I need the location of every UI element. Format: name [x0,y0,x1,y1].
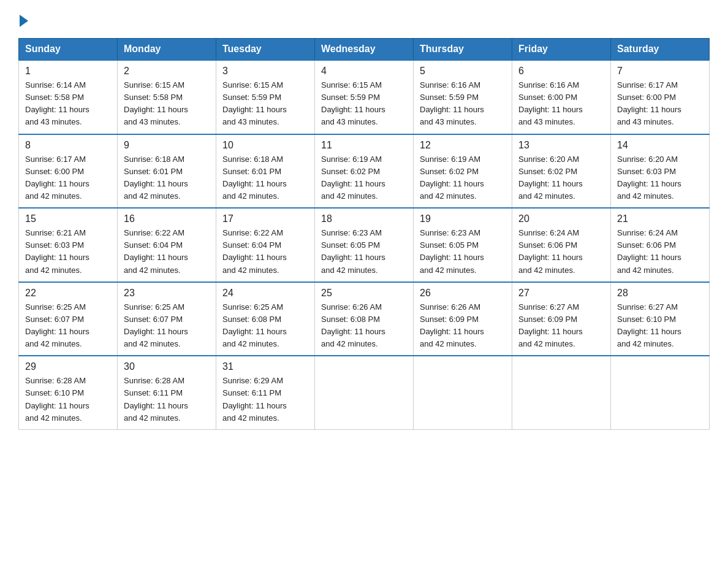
day-number: 9 [124,140,210,151]
day-number: 28 [617,288,703,299]
day-info: Sunrise: 6:20 AMSunset: 6:03 PMDaylight:… [617,155,681,201]
day-number: 20 [518,213,604,224]
day-number: 2 [124,66,210,77]
calendar-day-cell: 14 Sunrise: 6:20 AMSunset: 6:03 PMDaylig… [611,134,710,209]
calendar-day-cell: 25 Sunrise: 6:26 AMSunset: 6:08 PMDaylig… [315,282,414,356]
day-info: Sunrise: 6:23 AMSunset: 6:05 PMDaylight:… [321,228,385,274]
calendar-day-cell: 6 Sunrise: 6:16 AMSunset: 6:00 PMDayligh… [512,60,611,134]
day-info: Sunrise: 6:19 AMSunset: 6:02 PMDaylight:… [420,155,484,201]
day-info: Sunrise: 6:29 AMSunset: 6:11 PMDaylight:… [222,376,287,422]
day-info: Sunrise: 6:26 AMSunset: 6:09 PMDaylight:… [420,302,484,348]
day-number: 17 [222,213,308,224]
logo-arrow-icon [20,15,28,27]
day-info: Sunrise: 6:25 AMSunset: 6:08 PMDaylight:… [222,302,287,348]
day-info: Sunrise: 6:15 AMSunset: 5:58 PMDaylight:… [124,80,188,126]
calendar-week-row: 29 Sunrise: 6:28 AMSunset: 6:10 PMDaylig… [19,356,710,429]
calendar-day-cell: 9 Sunrise: 6:18 AMSunset: 6:01 PMDayligh… [118,134,216,209]
day-info: Sunrise: 6:19 AMSunset: 6:02 PMDaylight:… [321,155,385,201]
day-number: 16 [124,213,210,224]
day-info: Sunrise: 6:23 AMSunset: 6:05 PMDaylight:… [420,228,484,274]
calendar-day-cell: 22 Sunrise: 6:25 AMSunset: 6:07 PMDaylig… [19,282,118,356]
day-number: 8 [25,140,111,151]
calendar-day-cell: 17 Sunrise: 6:22 AMSunset: 6:04 PMDaylig… [216,208,315,282]
day-info: Sunrise: 6:28 AMSunset: 6:11 PMDaylight:… [124,376,188,422]
calendar-table: SundayMondayTuesdayWednesdayThursdayFrid… [18,38,710,430]
day-number: 29 [25,361,111,372]
calendar-day-cell: 3 Sunrise: 6:15 AMSunset: 5:59 PMDayligh… [216,60,315,134]
day-number: 4 [321,66,407,77]
calendar-week-row: 1 Sunrise: 6:14 AMSunset: 5:58 PMDayligh… [19,60,710,134]
day-info: Sunrise: 6:15 AMSunset: 5:59 PMDaylight:… [321,80,385,126]
day-info: Sunrise: 6:22 AMSunset: 6:04 PMDaylight:… [222,228,287,274]
day-info: Sunrise: 6:18 AMSunset: 6:01 PMDaylight:… [222,155,287,201]
day-number: 5 [420,66,506,77]
day-info: Sunrise: 6:26 AMSunset: 6:08 PMDaylight:… [321,302,385,348]
calendar-day-cell: 11 Sunrise: 6:19 AMSunset: 6:02 PMDaylig… [315,134,414,209]
calendar-day-cell: 21 Sunrise: 6:24 AMSunset: 6:06 PMDaylig… [611,208,710,282]
calendar-day-cell: 28 Sunrise: 6:27 AMSunset: 6:10 PMDaylig… [611,282,710,356]
logo [18,12,28,27]
day-number: 12 [420,140,506,151]
day-info: Sunrise: 6:27 AMSunset: 6:09 PMDaylight:… [518,302,583,348]
day-info: Sunrise: 6:16 AMSunset: 5:59 PMDaylight:… [420,80,484,126]
day-info: Sunrise: 6:15 AMSunset: 5:59 PMDaylight:… [222,80,287,126]
page-header [18,12,710,27]
calendar-day-cell: 20 Sunrise: 6:24 AMSunset: 6:06 PMDaylig… [512,208,611,282]
weekday-header-cell: Saturday [611,39,710,61]
day-info: Sunrise: 6:17 AMSunset: 6:00 PMDaylight:… [617,80,681,126]
calendar-day-cell: 13 Sunrise: 6:20 AMSunset: 6:02 PMDaylig… [512,134,611,209]
weekday-header-cell: Monday [118,39,216,61]
day-info: Sunrise: 6:21 AMSunset: 6:03 PMDaylight:… [25,228,89,274]
calendar-body: 1 Sunrise: 6:14 AMSunset: 5:58 PMDayligh… [19,60,710,429]
weekday-header-cell: Thursday [414,39,512,61]
calendar-day-cell: 1 Sunrise: 6:14 AMSunset: 5:58 PMDayligh… [19,60,118,134]
weekday-header-cell: Friday [512,39,611,61]
day-number: 10 [222,140,308,151]
day-number: 25 [321,288,407,299]
calendar-day-cell: 8 Sunrise: 6:17 AMSunset: 6:00 PMDayligh… [19,134,118,209]
weekday-header-cell: Sunday [19,39,118,61]
calendar-day-cell: 7 Sunrise: 6:17 AMSunset: 6:00 PMDayligh… [611,60,710,134]
day-number: 30 [124,361,210,372]
calendar-day-cell: 10 Sunrise: 6:18 AMSunset: 6:01 PMDaylig… [216,134,315,209]
calendar-day-cell [611,356,710,429]
day-number: 24 [222,288,308,299]
calendar-day-cell: 26 Sunrise: 6:26 AMSunset: 6:09 PMDaylig… [414,282,512,356]
day-number: 26 [420,288,506,299]
day-number: 15 [25,213,111,224]
day-number: 18 [321,213,407,224]
calendar-day-cell: 2 Sunrise: 6:15 AMSunset: 5:58 PMDayligh… [118,60,216,134]
day-info: Sunrise: 6:20 AMSunset: 6:02 PMDaylight:… [518,155,583,201]
day-number: 11 [321,140,407,151]
calendar-day-cell [512,356,611,429]
calendar-day-cell: 24 Sunrise: 6:25 AMSunset: 6:08 PMDaylig… [216,282,315,356]
weekday-header-cell: Tuesday [216,39,315,61]
day-number: 22 [25,288,111,299]
day-info: Sunrise: 6:28 AMSunset: 6:10 PMDaylight:… [25,376,89,422]
day-number: 3 [222,66,308,77]
day-number: 21 [617,213,703,224]
day-number: 19 [420,213,506,224]
calendar-week-row: 22 Sunrise: 6:25 AMSunset: 6:07 PMDaylig… [19,282,710,356]
day-info: Sunrise: 6:22 AMSunset: 6:04 PMDaylight:… [124,228,188,274]
day-number: 1 [25,66,111,77]
day-number: 7 [617,66,703,77]
calendar-day-cell: 15 Sunrise: 6:21 AMSunset: 6:03 PMDaylig… [19,208,118,282]
calendar-day-cell [315,356,414,429]
day-number: 6 [518,66,604,77]
calendar-day-cell: 12 Sunrise: 6:19 AMSunset: 6:02 PMDaylig… [414,134,512,209]
calendar-day-cell: 16 Sunrise: 6:22 AMSunset: 6:04 PMDaylig… [118,208,216,282]
calendar-day-cell: 30 Sunrise: 6:28 AMSunset: 6:11 PMDaylig… [118,356,216,429]
day-info: Sunrise: 6:14 AMSunset: 5:58 PMDaylight:… [25,80,89,126]
day-info: Sunrise: 6:17 AMSunset: 6:00 PMDaylight:… [25,155,89,201]
day-number: 23 [124,288,210,299]
calendar-day-cell: 29 Sunrise: 6:28 AMSunset: 6:10 PMDaylig… [19,356,118,429]
calendar-day-cell: 23 Sunrise: 6:25 AMSunset: 6:07 PMDaylig… [118,282,216,356]
weekday-header-row: SundayMondayTuesdayWednesdayThursdayFrid… [19,39,710,61]
calendar-day-cell: 5 Sunrise: 6:16 AMSunset: 5:59 PMDayligh… [414,60,512,134]
calendar-week-row: 8 Sunrise: 6:17 AMSunset: 6:00 PMDayligh… [19,134,710,209]
day-info: Sunrise: 6:25 AMSunset: 6:07 PMDaylight:… [25,302,89,348]
day-number: 14 [617,140,703,151]
day-number: 27 [518,288,604,299]
day-info: Sunrise: 6:24 AMSunset: 6:06 PMDaylight:… [617,228,681,274]
